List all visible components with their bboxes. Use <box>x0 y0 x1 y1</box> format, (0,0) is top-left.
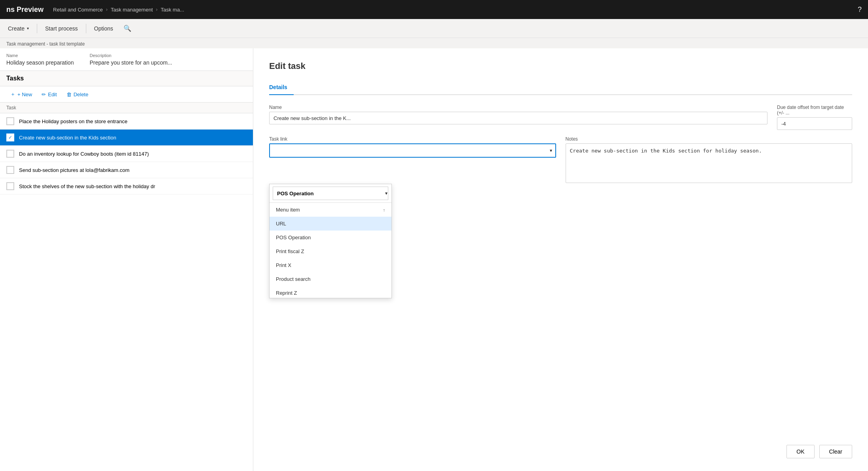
name-value: Holiday season preparation <box>6 59 74 66</box>
task-row[interactable]: Stock the shelves of the new sub-section… <box>0 178 253 195</box>
ok-button[interactable]: OK <box>786 445 814 458</box>
help-icon[interactable]: ? <box>858 6 862 14</box>
name-form-label: Name <box>269 105 767 110</box>
task-row[interactable]: Do an inventory lookup for Cowboy boots … <box>0 146 253 162</box>
task-link-select[interactable] <box>269 143 556 158</box>
task-text-4: Send sub-section pictures at lola@fabrik… <box>19 167 129 173</box>
top-nav-right: ? <box>858 6 862 14</box>
top-nav: ns Preview Retail and Commerce › Task ma… <box>0 0 868 19</box>
task-row[interactable]: ✓ Create new sub-section in the Kids sec… <box>0 130 253 146</box>
bottom-actions: OK Clear <box>786 445 852 458</box>
dropdown-container: POS Operation ▾ Menu item ↑ URL <box>269 184 392 298</box>
edit-task-title: Edit task <box>269 61 852 71</box>
breadcrumb: Retail and Commerce › Task management › … <box>53 7 184 13</box>
tasks-section-title: Tasks <box>0 71 253 86</box>
breadcrumb-sep-2: › <box>156 7 158 12</box>
dropdown-subselect-wrapper: POS Operation ▾ <box>270 184 391 203</box>
description-value: Prepare you store for an upcom... <box>89 59 172 66</box>
task-checkbox-2[interactable]: ✓ <box>6 133 14 141</box>
form-row-1: Name Due date offset from target date (+… <box>269 105 852 130</box>
description-field-group: Description Prepare you store for an upc… <box>89 53 172 66</box>
task-text-1: Place the Holiday posters on the store e… <box>19 118 127 124</box>
page-header: Task management - task list template <box>0 38 868 48</box>
edit-icon: ✏ <box>42 92 46 97</box>
tasks-toolbar: ＋ + New ✏ Edit 🗑 Delete <box>0 86 253 103</box>
name-form-group: Name <box>269 105 767 130</box>
task-text-2: Create new sub-section in the Kids secti… <box>19 135 116 141</box>
name-field-group: Name Holiday season preparation <box>6 53 74 66</box>
dropdown-item-label: Reprint Z <box>276 290 297 296</box>
due-date-form-group: Due date offset from target date (+/- ..… <box>777 105 852 130</box>
task-checkbox-1[interactable] <box>6 117 14 125</box>
clear-button[interactable]: Clear <box>819 445 852 458</box>
description-label: Description <box>89 53 172 58</box>
left-panel: Name Holiday season preparation Descript… <box>0 48 253 471</box>
edit-task-button[interactable]: ✏ Edit <box>38 90 61 99</box>
dropdown-item-label: Menu item <box>276 207 300 213</box>
dropdown-item-pos-operation[interactable]: POS Operation <box>270 231 391 244</box>
task-list: Place the Holiday posters on the store e… <box>0 113 253 471</box>
delete-task-button[interactable]: 🗑 Delete <box>63 90 93 99</box>
breadcrumb-item-2[interactable]: Task management <box>111 7 153 13</box>
checkmark-icon: ✓ <box>8 135 12 140</box>
dropdown-item-label: Product search <box>276 276 310 282</box>
breadcrumb-sep-1: › <box>106 7 108 12</box>
dropdown-subselect[interactable]: POS Operation <box>273 187 388 200</box>
notes-textarea[interactable]: Create new sub-section in the Kids secti… <box>566 143 853 183</box>
dropdown-item-reprint-z[interactable]: Reprint Z <box>270 286 391 298</box>
record-fields: Name Holiday season preparation Descript… <box>6 53 247 66</box>
col-task-label: Task <box>6 105 16 111</box>
dropdown-item-label: URL <box>276 221 286 227</box>
due-date-label: Due date offset from target date (+/- ..… <box>777 105 852 116</box>
toolbar-separator-1 <box>37 24 37 33</box>
page-subtitle: Task management - task list template <box>6 41 85 47</box>
task-list-header: Task <box>0 103 253 113</box>
dropdown-items: Menu item ↑ URL POS Operation Print fisc… <box>270 203 391 298</box>
app-title: ns Preview <box>6 6 44 14</box>
dropdown-item-product-search[interactable]: Product search <box>270 272 391 286</box>
dropdown-item-print-x[interactable]: Print X <box>270 258 391 272</box>
task-text-3: Do an inventory lookup for Cowboy boots … <box>19 151 149 157</box>
name-label: Name <box>6 53 74 58</box>
task-checkbox-4[interactable] <box>6 166 14 174</box>
create-button[interactable]: Create <box>3 23 34 34</box>
tab-details[interactable]: Details <box>269 81 294 95</box>
options-button[interactable]: Options <box>89 23 118 34</box>
task-checkbox-3[interactable] <box>6 150 14 158</box>
dropdown-item-label: Print X <box>276 262 291 268</box>
task-text-5: Stock the shelves of the new sub-section… <box>19 183 155 189</box>
name-input[interactable] <box>269 112 767 124</box>
start-process-button[interactable]: Start process <box>40 23 82 34</box>
up-arrow-icon: ↑ <box>383 208 386 212</box>
new-task-button[interactable]: ＋ + New <box>6 89 36 100</box>
task-link-form-group: Task link ▾ POS Operation ▾ <box>269 136 556 183</box>
tabs: Details <box>269 81 852 95</box>
main-content: Name Holiday season preparation Descript… <box>0 48 868 471</box>
new-icon: ＋ <box>10 91 15 98</box>
breadcrumb-item-3: Task ma... <box>161 7 184 13</box>
dropdown-item-label: POS Operation <box>276 235 311 240</box>
form-row-2: Task link ▾ POS Operation ▾ <box>269 136 852 183</box>
notes-label: Notes <box>566 136 853 142</box>
due-date-input[interactable] <box>777 117 852 130</box>
delete-icon: 🗑 <box>66 92 72 97</box>
task-checkbox-5[interactable] <box>6 182 14 190</box>
search-button[interactable]: 🔍 <box>120 22 135 34</box>
task-row[interactable]: Send sub-section pictures at lola@fabrik… <box>0 162 253 178</box>
dropdown-item-url[interactable]: URL <box>270 217 391 231</box>
toolbar-separator-2 <box>86 24 86 33</box>
breadcrumb-item-1[interactable]: Retail and Commerce <box>53 7 103 13</box>
task-link-label: Task link <box>269 136 556 142</box>
dropdown-item-print-fiscal-z[interactable]: Print fiscal Z <box>270 244 391 258</box>
right-panel: Edit task Details Name Due date offset f… <box>253 48 868 471</box>
notes-form-group: Notes Create new sub-section in the Kids… <box>566 136 853 183</box>
task-link-select-wrapper: ▾ <box>269 143 556 158</box>
dropdown-item-menu-item[interactable]: Menu item ↑ <box>270 203 391 217</box>
main-toolbar: Create Start process Options 🔍 <box>0 19 868 38</box>
dropdown-item-label: Print fiscal Z <box>276 248 304 254</box>
record-info: Name Holiday season preparation Descript… <box>0 48 253 71</box>
task-row[interactable]: Place the Holiday posters on the store e… <box>0 113 253 130</box>
